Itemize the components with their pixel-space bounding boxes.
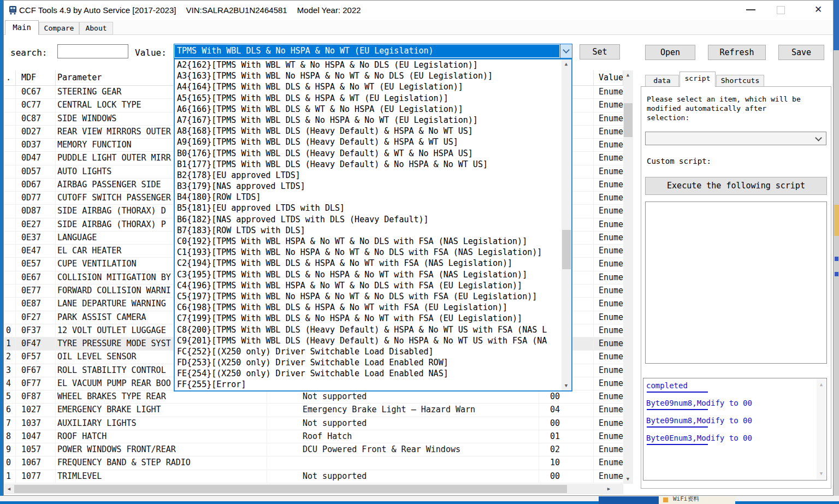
table-vertical-scrollbar[interactable]: ▲ ▼ [623, 70, 633, 484]
scroll-up-icon[interactable]: ▲ [562, 60, 571, 69]
tab-main[interactable]: Main [5, 20, 39, 35]
cell-num [4, 271, 16, 284]
cell-hex: 02 [539, 443, 594, 456]
dropdown-item[interactable]: A3{163}[TPMS With WBL No HSPA & No WT & … [175, 70, 560, 81]
dropdown-item[interactable]: C5{197}[TPMS With WBL No HSPA & No WT & … [175, 291, 560, 302]
dropdown-item[interactable]: C2{194}[TPMS With WBL DLS & HSPA & No WT… [175, 258, 560, 269]
value-combobox-dropdown-button[interactable] [560, 44, 572, 58]
refresh-button[interactable]: Refresh [708, 45, 766, 60]
dropdown-item[interactable]: C9{201}[TPMS With WBL DLS (Heavy Default… [175, 335, 560, 346]
dropdown-item[interactable]: B7{183}[ROW LTDS with DLS] [175, 225, 560, 236]
cell-desc: Not supported [267, 470, 539, 483]
cell-type: Enume [594, 390, 623, 403]
log-scrollbar[interactable]: ▲ ▼ [817, 379, 826, 479]
table-horizontal-scrollbar[interactable]: ◀ ▶ [4, 484, 623, 494]
dropdown-item[interactable]: C6{198}[TPMS With WBL DLS & HSPA & No WT… [175, 302, 560, 313]
scrollbar-thumb[interactable] [14, 485, 567, 493]
cell-mdf: 0D57 [16, 165, 56, 178]
log-entry-underline [647, 426, 708, 428]
open-button[interactable]: Open [645, 45, 695, 60]
scroll-up-icon[interactable]: ▲ [623, 70, 633, 80]
background-fragment [834, 0, 839, 50]
dropdown-item[interactable]: C0{192}[TPMS With WBL HSPA & No WT & No … [175, 236, 560, 247]
dropdown-item[interactable]: C8{200}[TPMS With WBL DLS (Heavy Default… [175, 324, 560, 335]
minimize-button[interactable] [738, 1, 764, 19]
dropdown-item[interactable]: B3{179}[NAS approved LTDS] [175, 181, 560, 192]
tab-shortcuts[interactable]: Shortcuts [716, 75, 764, 87]
scroll-down-icon[interactable]: ▼ [817, 469, 826, 478]
scroll-left-icon[interactable]: ◀ [4, 484, 14, 494]
custom-script-textarea[interactable] [645, 201, 827, 364]
title-bar[interactable]: CCF Tools 4.9 by Auto Service [2017-2023… [4, 1, 833, 20]
dropdown-item[interactable]: FD{253}[(X250 only) Driver Switchable Lo… [175, 357, 560, 368]
app-window: CCF Tools 4.9 by Auto Service [2017-2023… [3, 0, 834, 496]
scrollbar-thumb[interactable] [624, 103, 633, 137]
table-row[interactable]: 81047ROOF HATCHRoof Hatch01Enume [4, 430, 623, 443]
scroll-down-icon[interactable]: ▼ [623, 475, 633, 484]
log-entry[interactable]: Byte09num8,Modify to 00 [646, 399, 816, 407]
table-row[interactable]: 91057POWER WINDOWS FRONT/REARDCU Powered… [4, 443, 623, 456]
maximize-button[interactable] [769, 1, 794, 19]
table-row[interactable]: 71037AUXILIARY LIGHTSNot supported00Enum… [4, 417, 623, 430]
log-entry[interactable]: Byte0Enum3,Modify to 00 [646, 434, 816, 442]
dropdown-item[interactable]: B1{177}[TPMS With WBL DLS (Heavy Default… [175, 159, 560, 170]
dropdown-item[interactable]: A2{162}[TPMS With WBL WT & No HSPA & No … [175, 60, 560, 70]
cell-mdf: 1057 [16, 443, 56, 456]
dropdown-item[interactable]: A5{165}[TPMS With WBL DLS & HSPA & WT (E… [175, 93, 560, 104]
table-row[interactable]: 11077TRIMLEVELNot supported00Enume [4, 470, 623, 483]
dropdown-item[interactable]: B5{181}[EU approved LTDS with DLS] [175, 203, 560, 214]
header-mdf[interactable]: MDF [16, 70, 56, 85]
dropdown-item[interactable]: C3{195}[TPMS With WBL DLS & No HSPA & No… [175, 269, 560, 280]
execute-script-button[interactable]: Execute the following script [645, 177, 827, 195]
header-value-type[interactable]: Value [594, 70, 623, 85]
header-row-number[interactable]: . [4, 70, 16, 85]
cell-hex: 00 [539, 470, 594, 483]
dropdown-item[interactable]: FF{255}[Error] [175, 379, 560, 390]
cell-num [4, 86, 16, 98]
value-combobox[interactable]: TPMS With WBL DLS & No HSPA & No WT (EU … [174, 44, 572, 58]
scrollbar-thumb[interactable] [562, 230, 571, 269]
tab-script[interactable]: script [680, 72, 716, 87]
dropdown-item[interactable]: A7{167}[TPMS With WBL DLS & No HSPA & No… [175, 115, 560, 126]
table-row[interactable]: 01067FREQUENCY BAND & STEP RADIO10Enume [4, 456, 623, 470]
scroll-up-icon[interactable]: ▲ [817, 380, 826, 389]
cell-type: Enume [594, 470, 623, 483]
cell-desc: Roof Hatch [267, 430, 539, 443]
dropdown-item[interactable]: B4{180}[ROW LTDS] [175, 192, 560, 203]
dropdown-item[interactable]: FC{252}[(X250 only) Driver Switchable Lo… [175, 346, 560, 357]
cell-mdf: 0F67 [16, 364, 56, 377]
dropdown-item[interactable]: C4{196}[TPMS With WBL HSPA & No WT & No … [175, 280, 560, 291]
dropdown-item[interactable]: FE{254}[(X250 only) Driver Switchable Lo… [175, 368, 560, 379]
tab-compare[interactable]: Compare [39, 22, 79, 35]
cell-num [4, 126, 16, 138]
tab-data[interactable]: data [645, 75, 679, 87]
dropdown-item[interactable]: A9{169}[TPMS With WBL DLS (Heavy Default… [175, 137, 560, 147]
search-input[interactable] [57, 44, 128, 58]
dropdown-item[interactable]: B2{178}[EU approved LTDS] [175, 170, 560, 181]
dropdown-item[interactable]: B6{182}[NAS approved LTDS with DLS (Heav… [175, 214, 560, 225]
cell-type: Enume [594, 112, 623, 125]
dropdown-item[interactable]: C7{199}[TPMS With WBL DLS & No HSPA & No… [175, 313, 560, 324]
dropdown-item[interactable]: A8{168}[TPMS With WBL DLS (Heavy Default… [175, 126, 560, 137]
cell-num [4, 205, 16, 217]
set-button[interactable]: Set [580, 44, 620, 60]
dropdown-scrollbar[interactable]: ▲ ▼ [562, 60, 571, 390]
log-entry[interactable]: completed [646, 381, 816, 390]
cell-type: Enume [594, 179, 623, 191]
table-row[interactable]: 61027EMERGENCY BRAKE LIGHTEmergency Brak… [4, 404, 623, 417]
dropdown-item[interactable]: B0{176}[TPMS With WBL DLS (Heavy Default… [175, 148, 560, 159]
dropdown-item[interactable]: A6{166}[TPMS With WBL DLS & WT & No HSPA… [175, 104, 560, 115]
dropdown-item[interactable]: C1{193}[TPMS With WBL No HSPA & No WT & … [175, 247, 560, 258]
table-row[interactable]: 50F87WHEEL BRAKES TYPE REARNot supported… [4, 390, 623, 404]
cell-type: Enume [594, 364, 623, 377]
close-button[interactable]: ✕ [806, 1, 831, 19]
model-year-label: Model Year: 2022 [297, 5, 361, 15]
log-entry[interactable]: Byte09num8,Modify to 00 [646, 416, 816, 425]
script-select-combobox[interactable] [645, 132, 826, 145]
dropdown-item[interactable]: A4{164}[TPMS With WBL DLS & HSPA & No WT… [175, 81, 560, 92]
scroll-down-icon[interactable]: ▼ [562, 381, 571, 390]
scroll-right-icon[interactable]: ▶ [604, 484, 613, 494]
save-button[interactable]: Save [778, 45, 824, 60]
cell-type: Enume [594, 337, 623, 350]
tab-about[interactable]: About [79, 22, 113, 35]
